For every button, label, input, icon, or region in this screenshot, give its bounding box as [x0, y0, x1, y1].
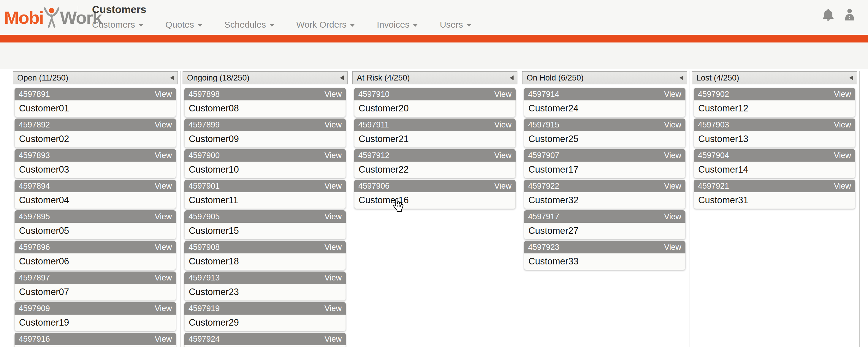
card-view-link[interactable]: View: [155, 151, 172, 160]
card-view-link[interactable]: View: [494, 90, 512, 99]
kanban-card[interactable]: 4597903ViewCustomer13: [694, 119, 855, 148]
kanban-card-header[interactable]: 4597895View: [14, 210, 176, 223]
collapse-column-icon[interactable]: [849, 76, 853, 80]
card-view-link[interactable]: View: [155, 212, 172, 221]
kanban-card-header[interactable]: 4597911View: [354, 119, 516, 131]
kanban-card-header[interactable]: 4597923View: [524, 241, 685, 253]
card-view-link[interactable]: View: [324, 335, 342, 344]
card-view-link[interactable]: View: [155, 181, 172, 191]
card-view-link[interactable]: View: [664, 243, 681, 252]
kanban-card[interactable]: 4597911ViewCustomer21: [354, 119, 516, 148]
card-view-link[interactable]: View: [664, 212, 681, 221]
kanban-card[interactable]: 4597912ViewCustomer22: [354, 149, 516, 178]
kanban-card[interactable]: 4597896ViewCustomer06: [14, 241, 176, 270]
kanban-card-header[interactable]: 4597897View: [14, 271, 176, 284]
kanban-card[interactable]: 4597895ViewCustomer05: [14, 210, 176, 239]
kanban-card[interactable]: 4597905ViewCustomer15: [184, 210, 346, 239]
card-view-link[interactable]: View: [324, 181, 342, 191]
kanban-card-header[interactable]: 4597899View: [184, 119, 346, 131]
kanban-card[interactable]: 4597910ViewCustomer20: [354, 88, 516, 117]
kanban-card-header[interactable]: 4597892View: [14, 119, 176, 131]
kanban-card[interactable]: 4597893ViewCustomer03: [14, 149, 176, 178]
kanban-card-header[interactable]: 4597898View: [184, 88, 346, 100]
card-view-link[interactable]: View: [664, 90, 681, 99]
card-view-link[interactable]: View: [664, 120, 681, 129]
card-view-link[interactable]: View: [494, 151, 512, 160]
kanban-card-header[interactable]: 4597896View: [14, 241, 176, 253]
kanban-card-header[interactable]: 4597913View: [184, 271, 346, 284]
collapse-column-icon[interactable]: [680, 76, 683, 80]
kanban-card[interactable]: 4597898ViewCustomer08: [184, 88, 346, 117]
card-view-link[interactable]: View: [324, 151, 342, 160]
kanban-card-header[interactable]: 4597891View: [14, 88, 176, 100]
kanban-card-header[interactable]: 4597894View: [14, 180, 176, 192]
kanban-card[interactable]: 4597913ViewCustomer23: [184, 271, 346, 301]
card-view-link[interactable]: View: [324, 304, 342, 313]
card-view-link[interactable]: View: [324, 90, 342, 99]
kanban-card[interactable]: 4597902ViewCustomer12: [694, 88, 855, 117]
kanban-card-header[interactable]: 4597909View: [14, 302, 176, 315]
kanban-card[interactable]: 4597894ViewCustomer04: [14, 180, 176, 209]
card-view-link[interactable]: View: [494, 120, 512, 129]
nav-item-work-orders[interactable]: Work Orders: [296, 20, 355, 30]
kanban-card[interactable]: 4597901ViewCustomer11: [184, 180, 346, 209]
kanban-card[interactable]: 4597899ViewCustomer09: [184, 119, 346, 148]
card-view-link[interactable]: View: [324, 212, 342, 221]
kanban-card-header[interactable]: 4597916View: [14, 333, 176, 345]
kanban-card[interactable]: 4597891ViewCustomer01: [14, 88, 176, 117]
kanban-card-header[interactable]: 4597893View: [14, 149, 176, 162]
mobiwork-logo[interactable]: Mobi Work: [4, 5, 102, 30]
card-view-link[interactable]: View: [834, 90, 851, 99]
kanban-card-header[interactable]: 4597902View: [694, 88, 855, 100]
kanban-card[interactable]: 4597915ViewCustomer25: [524, 119, 685, 148]
card-view-link[interactable]: View: [155, 304, 172, 313]
card-view-link[interactable]: View: [664, 151, 681, 160]
kanban-card-header[interactable]: 4597912View: [354, 149, 516, 162]
kanban-card-header[interactable]: 4597921View: [694, 180, 855, 192]
kanban-card-header[interactable]: 4597904View: [694, 149, 855, 162]
card-view-link[interactable]: View: [324, 120, 342, 129]
kanban-card-header[interactable]: 4597924View: [184, 333, 346, 345]
card-view-link[interactable]: View: [834, 151, 851, 160]
kanban-card-header[interactable]: 4597914View: [524, 88, 685, 100]
card-view-link[interactable]: View: [834, 120, 851, 129]
card-view-link[interactable]: View: [324, 273, 342, 283]
kanban-card-header[interactable]: 4597906View: [354, 180, 516, 192]
kanban-card-header[interactable]: 4597915View: [524, 119, 685, 131]
kanban-card-header[interactable]: 4597900View: [184, 149, 346, 162]
kanban-card[interactable]: 4597923ViewCustomer33: [524, 241, 685, 270]
nav-item-quotes[interactable]: Quotes: [165, 20, 203, 30]
kanban-card[interactable]: 4597921ViewCustomer31: [694, 180, 855, 209]
card-view-link[interactable]: View: [155, 273, 172, 283]
kanban-card-header[interactable]: 4597905View: [184, 210, 346, 223]
kanban-card[interactable]: 4597906ViewCustomer16: [354, 180, 516, 209]
notification-bell-icon[interactable]: [820, 7, 836, 23]
kanban-card[interactable]: 4597924View: [184, 333, 346, 347]
kanban-card[interactable]: 4597917ViewCustomer27: [524, 210, 685, 239]
kanban-card[interactable]: 4597892ViewCustomer02: [14, 119, 176, 148]
card-view-link[interactable]: View: [155, 90, 172, 99]
card-view-link[interactable]: View: [155, 335, 172, 344]
kanban-card[interactable]: 4597900ViewCustomer10: [184, 149, 346, 178]
kanban-card[interactable]: 4597908ViewCustomer18: [184, 241, 346, 270]
kanban-card[interactable]: 4597916View: [14, 333, 176, 347]
card-view-link[interactable]: View: [155, 243, 172, 252]
kanban-card-header[interactable]: 4597922View: [524, 180, 685, 192]
kanban-card[interactable]: 4597904ViewCustomer14: [694, 149, 855, 178]
card-view-link[interactable]: View: [155, 120, 172, 129]
card-view-link[interactable]: View: [834, 181, 851, 191]
kanban-card[interactable]: 4597919ViewCustomer29: [184, 302, 346, 331]
nav-item-users[interactable]: Users: [440, 20, 471, 30]
user-profile-icon[interactable]: [842, 7, 857, 23]
collapse-column-icon[interactable]: [340, 76, 344, 80]
collapse-column-icon[interactable]: [170, 76, 174, 80]
nav-item-customers[interactable]: Customers: [92, 20, 144, 30]
nav-item-invoices[interactable]: Invoices: [377, 20, 418, 30]
kanban-card[interactable]: 4597897ViewCustomer07: [14, 271, 176, 301]
kanban-card-header[interactable]: 4597919View: [184, 302, 346, 315]
card-view-link[interactable]: View: [494, 181, 512, 191]
collapse-column-icon[interactable]: [510, 76, 514, 80]
kanban-card[interactable]: 4597907ViewCustomer17: [524, 149, 685, 178]
kanban-card-header[interactable]: 4597908View: [184, 241, 346, 253]
kanban-card[interactable]: 4597914ViewCustomer24: [524, 88, 685, 117]
